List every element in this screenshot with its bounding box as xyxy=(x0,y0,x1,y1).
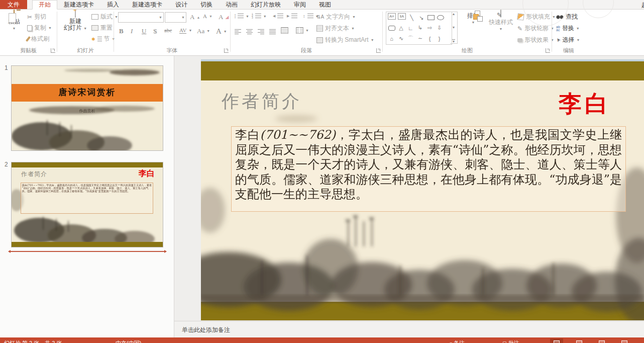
shape-down-arrow-icon[interactable]: ⇩ xyxy=(435,24,444,33)
status-notes-button[interactable]: ≡ 备注 xyxy=(450,339,465,343)
new-slide-dropdown-arrow[interactable]: ▼ xyxy=(83,27,87,30)
strikethrough-button[interactable]: abc xyxy=(164,27,172,33)
slide-thumbnail-1[interactable]: 唐诗宋词赏析 作品赏析 xyxy=(11,65,163,151)
shapes-scroll-up-icon[interactable]: ▲ xyxy=(452,12,456,16)
slide-author-text[interactable]: 李白 xyxy=(559,89,611,120)
copy-button[interactable]: 复制 ▼ xyxy=(27,24,52,32)
font-name-combo[interactable]: ▼ xyxy=(118,12,164,23)
format-painter-button[interactable]: 格式刷 xyxy=(27,35,49,43)
shape-elbow-connector-icon[interactable]: ∟ xyxy=(406,24,415,33)
shapes-more-icon[interactable]: ▼ xyxy=(452,39,456,43)
shape-outline-button[interactable]: ✎形状轮廓▼ xyxy=(517,24,554,33)
spacing-dropdown-arrow[interactable]: ▼ xyxy=(188,29,192,33)
smartart-dropdown-arrow[interactable]: ▼ xyxy=(371,38,374,42)
clear-formatting-button[interactable]: A◢ xyxy=(219,13,229,21)
align-text-button[interactable]: 对齐文本▼ xyxy=(316,24,355,33)
shrink-font-button[interactable]: A▼ xyxy=(203,13,212,19)
clipboard-dialog-launcher[interactable] xyxy=(51,48,55,53)
grow-font-button[interactable]: A▲ xyxy=(190,13,200,21)
reset-button[interactable]: 重置 xyxy=(91,24,113,32)
quick-styles-dropdown-arrow[interactable]: ▼ xyxy=(486,26,515,32)
tab-custom-1[interactable]: 新建选项卡 xyxy=(57,0,100,9)
replace-button[interactable]: abac替换▼ xyxy=(556,24,580,33)
tab-insert[interactable]: 插入 xyxy=(100,0,126,9)
shape-rounded-rectangle-icon[interactable] xyxy=(387,24,396,33)
font-size-combo[interactable]: ▼ xyxy=(165,12,186,23)
tab-custom-2[interactable]: 新建选项卡 xyxy=(126,0,169,9)
shape-line-icon[interactable]: ╲ xyxy=(407,13,416,22)
text-direction-button[interactable]: ⇅A文字方向▼ xyxy=(316,13,356,21)
tab-design[interactable]: 设计 xyxy=(169,0,194,9)
shape-rectangle-icon[interactable] xyxy=(426,13,436,22)
shape-triangle-icon[interactable]: △ xyxy=(396,24,406,33)
slide-body-textbox[interactable]: 李白(701~~762)，字太白，盛唐最杰出的诗人，也是我国文学史上继屈原之后又… xyxy=(231,126,626,212)
convert-smartart-button[interactable]: 转换为 SmartArt▼ xyxy=(316,36,374,44)
quick-styles-button[interactable]: 快速样式 ▼ xyxy=(486,11,515,32)
new-slide-button[interactable]: 新建 幻灯片 ▼ xyxy=(61,11,89,32)
tab-review[interactable]: 审阅 xyxy=(287,0,312,9)
underline-button[interactable]: U xyxy=(142,27,146,35)
slide-thumbnail-2[interactable]: 作者简介 李白 李白(701~~762)，字太白，盛唐最杰出的诗人，也是我国文学… xyxy=(11,162,163,247)
increase-indent-button[interactable]: ▶ xyxy=(287,14,297,19)
zoom-slider[interactable]: — xyxy=(637,339,642,343)
slide-title[interactable]: 作者简介 xyxy=(222,90,302,113)
shape-fill-button[interactable]: 形状填充▼ xyxy=(517,13,556,21)
paste-dropdown-arrow[interactable]: ▼ xyxy=(3,25,25,32)
notes-pane[interactable]: 单击此处添加备注 xyxy=(174,321,644,338)
shape-right-arrow-icon[interactable]: ⇨ xyxy=(425,24,435,33)
tab-view[interactable]: 视图 xyxy=(312,0,338,9)
normal-view-button[interactable] xyxy=(550,338,563,343)
align-center-button[interactable] xyxy=(246,28,253,34)
text-direction-dropdown-arrow[interactable]: ▼ xyxy=(352,15,356,19)
font-dialog-launcher[interactable] xyxy=(224,48,229,53)
font-color-button[interactable]: A▼ xyxy=(216,27,227,36)
bullets-dropdown-arrow[interactable]: ▼ xyxy=(246,15,249,18)
shape-effects-button[interactable]: 形状效果▼ xyxy=(517,36,554,44)
arrange-button[interactable]: 排列 ▼ xyxy=(462,11,484,26)
cut-button[interactable]: ✂ 剪切 xyxy=(27,13,46,21)
shape-vertical-text-box-icon[interactable]: ‖A xyxy=(398,13,406,20)
change-case-button[interactable]: Aa▼ xyxy=(197,27,210,35)
tab-transitions[interactable]: 切换 xyxy=(194,0,219,9)
slide-canvas[interactable]: 作者简介 李白 李白(701~~762)，字太白，盛唐最杰出的诗人，也是我国文学… xyxy=(201,59,644,320)
section-button[interactable]: ✱ 节 ▼ xyxy=(91,35,115,43)
bold-button[interactable]: B xyxy=(119,27,124,35)
select-dropdown-arrow[interactable]: ▼ xyxy=(576,38,580,42)
shape-freeform-icon[interactable]: ⌂ xyxy=(387,34,396,43)
columns-dropdown-arrow[interactable]: ▼ xyxy=(305,29,309,32)
combo-arrow-icon[interactable]: ▼ xyxy=(159,16,162,19)
select-button[interactable]: ➤选择▼ xyxy=(556,36,580,44)
numbering-button[interactable]: 123▼ xyxy=(252,14,267,19)
notes-placeholder[interactable]: 单击此处添加备注 xyxy=(182,326,230,334)
paragraph-dialog-launcher[interactable] xyxy=(376,48,381,53)
shape-text-box-icon[interactable]: A≡ xyxy=(388,13,396,20)
shapes-scroll-down-icon[interactable]: ▼ xyxy=(452,26,456,29)
shape-oval-icon[interactable] xyxy=(436,13,445,22)
distribute-button[interactable] xyxy=(281,27,288,34)
shape-elbow-arrow-connector-icon[interactable]: ↳ xyxy=(415,24,425,33)
decrease-indent-button[interactable]: ◀ xyxy=(273,14,283,19)
combo-arrow-icon[interactable]: ▼ xyxy=(181,16,185,19)
tab-slideshow[interactable]: 幻灯片放映 xyxy=(244,0,287,9)
justify-button[interactable] xyxy=(269,28,276,34)
numbering-dropdown-arrow[interactable]: ▼ xyxy=(263,15,267,18)
reading-view-button[interactable] xyxy=(595,338,608,343)
character-spacing-button[interactable]: AV▼ xyxy=(179,27,192,34)
columns-button[interactable]: ▼ xyxy=(296,27,309,34)
status-comments-button[interactable]: 🗩 批注 xyxy=(502,339,519,343)
slideshow-view-button[interactable] xyxy=(618,338,631,343)
case-dropdown-arrow[interactable]: ▼ xyxy=(206,29,210,33)
paste-button[interactable]: 粘贴 ▼ xyxy=(3,11,25,32)
slide-sorter-view-button[interactable] xyxy=(573,338,586,343)
align-right-button[interactable] xyxy=(258,28,264,34)
bullets-button[interactable]: •••▼ xyxy=(235,14,249,19)
align-left-button[interactable] xyxy=(235,28,241,34)
align-text-dropdown-arrow[interactable]: ▼ xyxy=(351,27,355,30)
drawing-dialog-launcher[interactable] xyxy=(546,48,550,53)
text-shadow-button[interactable]: S xyxy=(153,27,157,35)
shape-curve-icon[interactable]: ∼ xyxy=(415,34,425,43)
shape-left-brace-icon[interactable]: { xyxy=(425,34,435,43)
shape-right-brace-icon[interactable]: } xyxy=(435,34,444,43)
find-button[interactable]: 查找 xyxy=(556,13,578,21)
italic-button[interactable]: I xyxy=(131,27,133,35)
